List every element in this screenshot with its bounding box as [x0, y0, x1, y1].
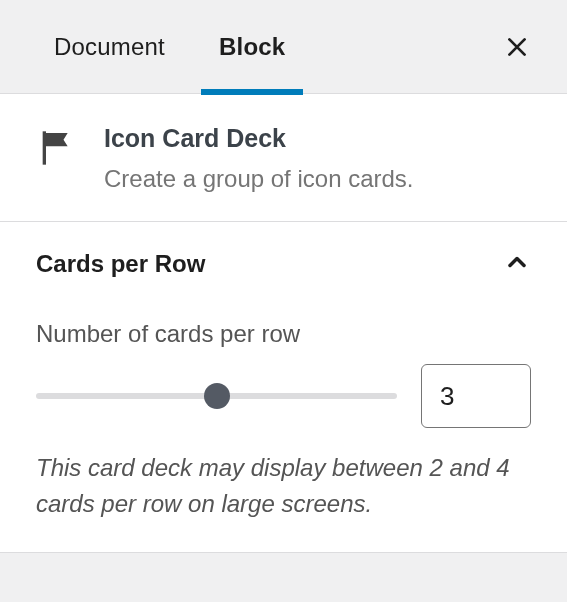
section-title: Cards per Row — [36, 250, 205, 278]
cards-per-row-section: Cards per Row Number of cards per row Th… — [0, 222, 567, 553]
tab-block[interactable]: Block — [201, 0, 303, 94]
svg-rect-0 — [43, 131, 46, 164]
flag-icon — [36, 128, 76, 172]
cards-per-row-slider[interactable] — [36, 381, 397, 411]
tab-document[interactable]: Document — [36, 0, 183, 94]
block-header: Icon Card Deck Create a group of icon ca… — [0, 94, 567, 222]
block-settings-panel: Document Block Icon Card Deck Create a g… — [0, 0, 567, 553]
slider-track — [36, 393, 397, 399]
section-toggle[interactable]: Cards per Row — [36, 248, 531, 280]
settings-tabs: Document Block — [0, 0, 567, 94]
block-description: Create a group of icon cards. — [104, 165, 414, 193]
cards-per-row-input[interactable] — [421, 364, 531, 428]
block-header-text: Icon Card Deck Create a group of icon ca… — [104, 124, 414, 193]
chevron-up-icon — [503, 248, 531, 280]
field-label: Number of cards per row — [36, 320, 531, 348]
close-settings-button[interactable] — [497, 27, 537, 67]
field-help-text: This card deck may display between 2 and… — [36, 450, 531, 522]
slider-row — [36, 364, 531, 428]
slider-knob[interactable] — [204, 383, 230, 409]
close-icon — [504, 34, 530, 60]
block-title: Icon Card Deck — [104, 124, 414, 153]
